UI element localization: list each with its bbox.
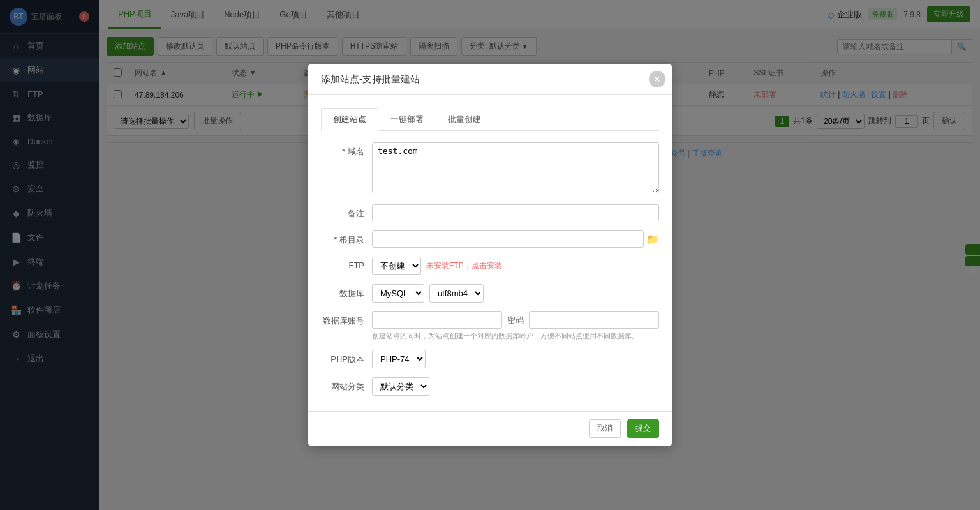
- db-type-select[interactable]: MySQL: [372, 284, 424, 303]
- category-row: 网站分类 默认分类: [321, 377, 659, 396]
- folder-icon[interactable]: 📁: [646, 233, 659, 245]
- ftp-install-link[interactable]: 未安装FTP，点击安装: [426, 260, 502, 271]
- db-account-input[interactable]: test_com: [372, 311, 502, 329]
- db-hint-text: 创建站点的同时，为站点创建一个对应的数据库帐户，方便不同站点使用不同数据库。: [372, 331, 659, 341]
- rootdir-content: /www/wwwroot/test.com 📁: [372, 230, 659, 248]
- db-password-label: 密码: [507, 315, 524, 326]
- category-label: 网站分类: [321, 377, 372, 393]
- database-content: MySQL utf8mb4: [372, 284, 659, 303]
- remark-row: 备注 test.com: [321, 204, 659, 221]
- remark-content: test.com: [372, 204, 659, 221]
- remark-input[interactable]: test.com: [372, 204, 659, 221]
- db-account-label: 数据库账号: [321, 311, 372, 327]
- rootdir-input[interactable]: /www/wwwroot/test.com: [372, 230, 644, 248]
- domain-content: test.com: [372, 142, 659, 195]
- php-label: PHP版本: [321, 350, 372, 365]
- domain-label: * 域名: [321, 142, 372, 158]
- php-row: PHP版本 PHP-74: [321, 350, 659, 368]
- modal-header: 添加站点-支持批量建站 ✕: [308, 64, 672, 95]
- ftp-select[interactable]: 不创建: [372, 257, 421, 275]
- modal-body: 创建站点 一键部署 批量创建 * 域名 test.com 备注 test.com…: [308, 95, 672, 411]
- database-row: 数据库 MySQL utf8mb4: [321, 284, 659, 303]
- category-content: 默认分类: [372, 377, 659, 396]
- ftp-content: 不创建 未安装FTP，点击安装: [372, 257, 659, 275]
- add-site-modal: 添加站点-支持批量建站 ✕ 创建站点 一键部署 批量创建 * 域名 test.c…: [308, 64, 672, 446]
- modal-tab-batchcreate[interactable]: 批量创建: [436, 108, 493, 131]
- rootdir-row: * 根目录 /www/wwwroot/test.com 📁: [321, 230, 659, 248]
- database-label: 数据库: [321, 284, 372, 299]
- php-version-select[interactable]: PHP-74: [372, 350, 426, 368]
- modal-close-button[interactable]: ✕: [649, 71, 665, 87]
- category-select[interactable]: 默认分类: [372, 377, 429, 396]
- submit-button[interactable]: 提交: [627, 419, 659, 438]
- domain-row: * 域名 test.com: [321, 142, 659, 195]
- db-password-input[interactable]: X6BXhpDK2HKra4b3: [529, 311, 659, 329]
- db-account-row: 数据库账号 test_com 密码 X6BXhpDK2HKra4b3 创建站点的…: [321, 311, 659, 341]
- db-credentials: test_com 密码 X6BXhpDK2HKra4b3: [372, 311, 659, 329]
- modal-title: 添加站点-支持批量建站: [321, 73, 420, 84]
- php-content: PHP-74: [372, 350, 659, 368]
- cancel-button[interactable]: 取消: [589, 419, 621, 438]
- ftp-row: FTP 不创建 未安装FTP，点击安装: [321, 257, 659, 275]
- modal-tabs: 创建站点 一键部署 批量创建: [321, 108, 659, 131]
- modal-tab-onedeploy[interactable]: 一键部署: [378, 108, 436, 131]
- domain-input[interactable]: test.com: [372, 142, 659, 193]
- rootdir-label: * 根目录: [321, 230, 372, 246]
- modal-tab-create[interactable]: 创建站点: [321, 108, 378, 131]
- remark-label: 备注: [321, 204, 372, 220]
- ftp-label: FTP: [321, 257, 372, 270]
- modal-overlay: 添加站点-支持批量建站 ✕ 创建站点 一键部署 批量创建 * 域名 test.c…: [0, 0, 980, 510]
- db-encoding-select[interactable]: utf8mb4: [429, 284, 484, 303]
- db-account-content: test_com 密码 X6BXhpDK2HKra4b3 创建站点的同时，为站点…: [372, 311, 659, 341]
- modal-footer: 取消 提交: [308, 411, 672, 446]
